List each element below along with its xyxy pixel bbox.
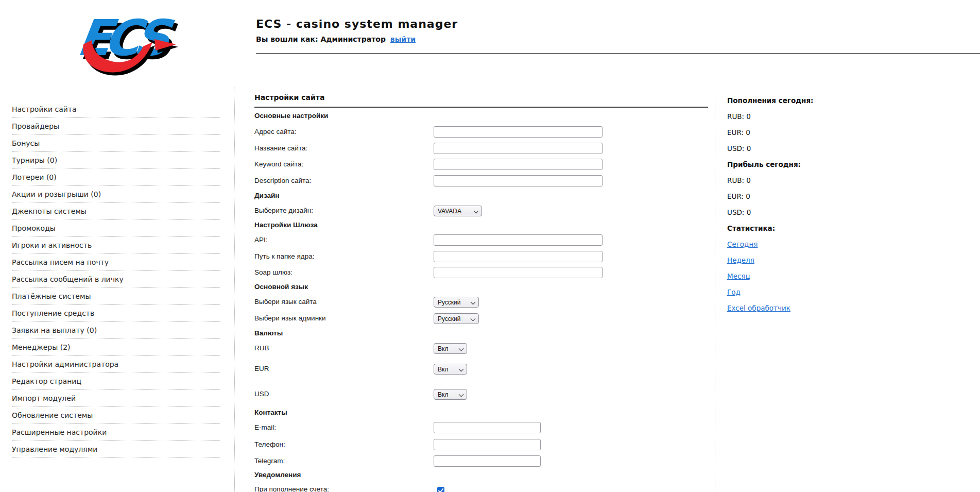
telegram-label: Telegram: <box>254 457 285 465</box>
deposits-eur: EUR: 0 <box>727 128 897 137</box>
deposits-today-title: Пополнения сегодня: <box>727 96 897 105</box>
sidebar-item-lotteries[interactable]: Лотереи (0) <box>12 169 220 186</box>
chevron-down-icon <box>459 392 464 397</box>
deposits-usd: USD: 0 <box>727 144 897 153</box>
sidebar-item-module-import[interactable]: Импорт модулей <box>12 390 220 407</box>
section-language: Основной язык <box>254 283 308 291</box>
sidebar-item-tournaments[interactable]: Турниры (0) <box>12 152 220 169</box>
section-gateway: Настройки Шлюза <box>254 221 318 229</box>
chevron-down-icon <box>474 209 479 214</box>
sidebar-item-site-settings[interactable]: Настройки сайта <box>12 101 220 118</box>
stats-panel: Пополнения сегодня: RUB: 0 EUR: 0 USD: 0… <box>727 96 897 319</box>
profit-rub: RUB: 0 <box>727 176 897 185</box>
stats-link-year[interactable]: Год <box>727 288 741 296</box>
rub-toggle-select[interactable]: Вкл <box>434 343 467 354</box>
sidebar-item-jackpots[interactable]: Джекпоты системы <box>12 203 220 220</box>
api-label: API: <box>254 236 268 244</box>
deposit-notify-label: При пополнение счета: <box>254 485 329 492</box>
login-status: Вы вошли как: Администратор <box>256 35 386 43</box>
design-select-value: VAVADA <box>438 208 461 215</box>
soap-gateway-label: Soap шлюз: <box>254 268 293 276</box>
stats-link-week[interactable]: Неделя <box>727 256 754 264</box>
rub-label: RUB <box>254 344 269 352</box>
section-basic-settings: Основные настройки <box>254 112 328 120</box>
sidebar-item-managers[interactable]: Менеджеры (2) <box>12 339 220 356</box>
section-contacts: Контакты <box>254 409 287 416</box>
form-title-divider <box>254 107 708 108</box>
sidebar-item-promotions[interactable]: Акции и розыгрыши (0) <box>12 186 220 203</box>
sidebar-item-payout-requests[interactable]: Заявки на выплату (0) <box>12 322 220 339</box>
profit-usd: USD: 0 <box>727 208 897 217</box>
sidebar-item-admin-settings[interactable]: Настройки администратора <box>12 356 220 373</box>
profit-eur: EUR: 0 <box>727 192 897 201</box>
section-currencies: Валюты <box>254 329 283 337</box>
chevron-down-icon <box>471 300 476 305</box>
chevron-down-icon <box>459 346 464 351</box>
site-address-input[interactable] <box>434 126 603 138</box>
usd-label: USD <box>254 390 269 398</box>
core-path-input[interactable] <box>434 251 603 262</box>
sidebar-item-payment-systems[interactable]: Платёжные системы <box>12 288 220 305</box>
sidebar-item-system-update[interactable]: Обновление системы <box>12 407 220 424</box>
deposits-rub: RUB: 0 <box>727 112 897 121</box>
sidebar-item-promocodes[interactable]: Промокоды <box>12 220 220 237</box>
sidebar-item-page-editor[interactable]: Редактор страниц <box>12 373 220 390</box>
admin-language-select[interactable]: Русский <box>434 313 479 324</box>
design-select[interactable]: VAVADA <box>434 206 482 216</box>
site-language-value: Русский <box>438 299 461 306</box>
core-path-label: Путь к папке ядра: <box>254 252 314 260</box>
site-keyword-input[interactable] <box>434 159 603 170</box>
sidebar-item-bonuses[interactable]: Бонусы <box>12 135 220 152</box>
ecs-logo: ECS ECS <box>72 8 180 78</box>
stats-link-today[interactable]: Сегодня <box>727 240 758 248</box>
site-language-select[interactable]: Русский <box>434 297 479 308</box>
site-language-label: Выбери язык сайта <box>254 298 317 306</box>
usd-toggle-select[interactable]: Вкл <box>434 389 467 400</box>
stats-link-excel[interactable]: Excel обработчик <box>727 304 790 312</box>
sidebar-item-players[interactable]: Игроки и активность <box>12 237 220 254</box>
sidebar-menu: Настройки сайта Провайдеры Бонусы Турнир… <box>12 101 220 458</box>
sidebar-item-email-mailing[interactable]: Рассылка писем на почту <box>12 254 220 271</box>
sidebar-item-pm-mailing[interactable]: Рассылка сообщений в личку <box>12 271 220 288</box>
site-description-label: Description сайта: <box>254 177 311 184</box>
header-divider <box>256 53 980 54</box>
telegram-input[interactable] <box>434 455 541 467</box>
admin-language-value: Русский <box>438 315 461 323</box>
phone-input[interactable] <box>434 439 541 450</box>
header: ECS - casino system manager Вы вошли как… <box>256 18 458 43</box>
email-input[interactable] <box>434 422 541 433</box>
statistics-title: Статистика: <box>727 224 897 233</box>
eur-toggle-value: Вкл <box>438 366 448 373</box>
eur-label: EUR <box>254 365 269 372</box>
rub-toggle-value: Вкл <box>438 345 448 352</box>
page-title: ECS - casino system manager <box>256 18 458 30</box>
stats-link-month[interactable]: Месяц <box>727 272 750 280</box>
api-input[interactable] <box>434 234 603 246</box>
chevron-down-icon <box>471 316 476 321</box>
form-title: Настройки сайта <box>254 92 324 103</box>
sidebar-item-incoming-funds[interactable]: Поступление средств <box>12 305 220 322</box>
deposit-notify-checkbox[interactable] <box>437 487 444 492</box>
profit-today-title: Прибыль сегодня: <box>727 160 897 169</box>
chevron-down-icon <box>459 367 464 372</box>
site-name-input[interactable] <box>434 143 603 154</box>
sidebar-item-providers[interactable]: Провайдеры <box>12 118 220 135</box>
section-notifications: Уведомления <box>254 471 301 479</box>
logout-link[interactable]: выйти <box>390 35 416 43</box>
section-design: Дизайн <box>254 192 279 199</box>
site-keyword-label: Keyword сайта: <box>254 160 303 168</box>
site-settings-form: Настройки сайта Основные настройки Адрес… <box>234 88 715 492</box>
site-name-label: Название сайта: <box>254 144 307 152</box>
eur-toggle-select[interactable]: Вкл <box>434 364 467 375</box>
sidebar-item-module-management[interactable]: Управление модулями <box>12 441 220 458</box>
usd-toggle-value: Вкл <box>438 391 448 398</box>
site-address-label: Адрес сайта: <box>254 128 297 135</box>
design-select-label: Выберите дизайн: <box>254 207 313 214</box>
email-label: E-mail: <box>254 423 276 431</box>
admin-language-label: Выбери язык админки <box>254 314 326 322</box>
site-description-input[interactable] <box>434 175 603 186</box>
soap-gateway-input[interactable] <box>434 267 603 278</box>
phone-label: Телефон: <box>254 440 285 448</box>
sidebar-item-advanced-settings[interactable]: Расширенные настройки <box>12 424 220 441</box>
